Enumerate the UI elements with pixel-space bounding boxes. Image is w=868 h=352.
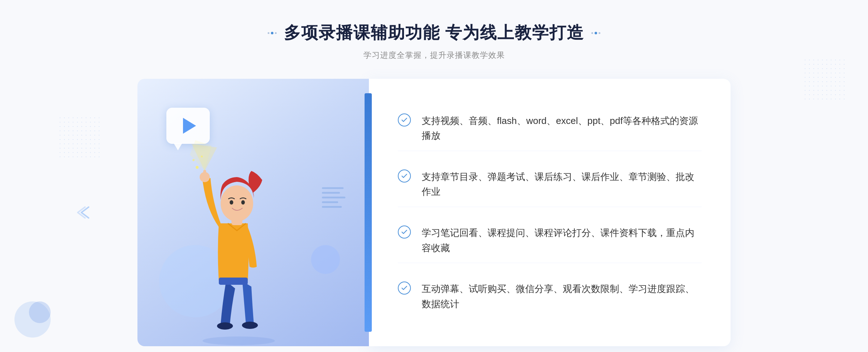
feature-item-4: 互动弹幕、试听购买、微信分享、观看次数限制、学习进度跟踪、数据统计 [398, 274, 702, 319]
content-area: 支持视频、音频、flash、word、excel、ppt、pdf等各种格式的资源… [137, 79, 731, 346]
feature-text-3: 学习笔记回看、课程提问、课程评论打分、课件资料下载，重点内容收藏 [422, 226, 702, 256]
decoration-dots-left [268, 32, 277, 34]
page-title: 多项录播课辅助功能 专为线上教学打造 [284, 22, 584, 44]
check-icon-2 [398, 169, 411, 183]
feature-text-4: 互动弹幕、试听购买、微信分享、观看次数限制、学习进度跟踪、数据统计 [422, 282, 702, 312]
svg-point-1 [217, 322, 233, 330]
svg-point-11 [192, 159, 195, 161]
illustration-panel [137, 79, 369, 346]
header-section: 多项录播课辅助功能 专为线上教学打造 学习进度全掌握，提升录播课教学效果 [268, 0, 601, 61]
feature-text-2: 支持章节目录、弹题考试、课后练习、课后作业、章节测验、批改作业 [422, 169, 702, 199]
svg-point-7 [230, 200, 233, 205]
accent-bar [365, 93, 372, 332]
svg-rect-9 [219, 278, 248, 285]
bottom-deco-circle-small [29, 301, 51, 323]
svg-point-2 [242, 322, 258, 329]
check-icon-3 [398, 226, 411, 239]
svg-point-12 [201, 156, 203, 158]
figure-illustration [166, 122, 304, 346]
feature-item-1: 支持视频、音频、flash、word、excel、ppt、pdf等各种格式的资源… [398, 106, 702, 151]
decoration-dots-right [591, 32, 600, 34]
feature-item-3: 学习笔记回看、课程提问、课程评论打分、课件资料下载，重点内容收藏 [398, 218, 702, 263]
header-decoration: 多项录播课辅助功能 专为线上教学打造 [268, 22, 601, 44]
stripe-deco-top [322, 187, 347, 220]
svg-rect-4 [203, 170, 206, 178]
features-panel: 支持视频、音频、flash、word、excel、ppt、pdf等各种格式的资源… [369, 79, 731, 346]
svg-point-8 [241, 200, 245, 205]
feature-item-2: 支持章节目录、弹题考试、课后练习、课后作业、章节测验、批改作业 [398, 162, 702, 207]
page-container: 多项录播课辅助功能 专为线上教学打造 学习进度全掌握，提升录播课教学效果 [0, 0, 868, 352]
svg-point-10 [196, 166, 199, 169]
feature-text-1: 支持视频、音频、flash、word、excel、ppt、pdf等各种格式的资源… [422, 113, 702, 143]
dot-pattern-left [58, 116, 101, 159]
svg-point-0 [203, 336, 275, 345]
dot-pattern-right [803, 58, 846, 101]
svg-point-6 [221, 185, 253, 222]
page-subtitle: 学习进度全掌握，提升录播课教学效果 [268, 50, 601, 61]
check-icon-4 [398, 282, 411, 295]
deco-circle-small [311, 245, 340, 274]
check-icon-1 [398, 113, 411, 126]
